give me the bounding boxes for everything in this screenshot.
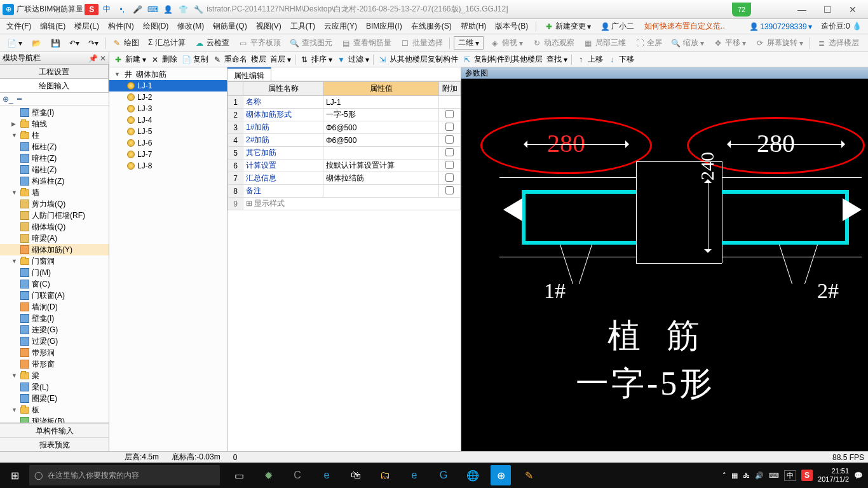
collapse-icon[interactable]: ━ bbox=[17, 95, 22, 104]
ie-icon[interactable]: e bbox=[400, 463, 428, 488]
tray-volume-icon[interactable]: 🔊 bbox=[755, 471, 764, 480]
copy-to-btn[interactable]: ⇱复制构件到其他楼层 bbox=[462, 54, 543, 65]
dim-select[interactable]: 二维 ▾ bbox=[454, 36, 484, 50]
edge-icon[interactable]: e bbox=[313, 463, 341, 488]
ime-skin-icon[interactable]: 👕 bbox=[176, 4, 190, 15]
ime-punct-icon[interactable]: •, bbox=[115, 4, 129, 15]
menu-online[interactable]: 在线服务(S) bbox=[407, 20, 456, 33]
save-button[interactable]: 💾 bbox=[48, 37, 63, 50]
down-btn[interactable]: ↓下移 bbox=[607, 54, 634, 65]
copy-btn[interactable]: 📄复制 bbox=[181, 54, 208, 65]
note-icon[interactable]: ✎ bbox=[515, 463, 543, 488]
menu-floor[interactable]: 楼层(L) bbox=[71, 20, 103, 33]
draw-button[interactable]: ✎绘图 bbox=[109, 36, 142, 50]
phone-button[interactable]: 👤13907298339 ▾ bbox=[745, 20, 815, 33]
new-file-button[interactable]: 📄▾ bbox=[4, 37, 25, 50]
open-button[interactable]: 📂 bbox=[29, 37, 44, 50]
chk-3[interactable] bbox=[445, 123, 454, 131]
menu-tools[interactable]: 工具(T) bbox=[287, 20, 319, 33]
maximize-button[interactable]: ☐ bbox=[815, 2, 840, 17]
menu-draw[interactable]: 绘图(D) bbox=[139, 20, 173, 33]
local3d-button[interactable]: ▦局部三维 bbox=[581, 36, 628, 50]
task-view-icon[interactable]: ▭ bbox=[225, 463, 253, 488]
menu-modify[interactable]: 修改(M) bbox=[173, 20, 208, 33]
menu-version[interactable]: 版本号(B) bbox=[491, 20, 532, 33]
menu-bim[interactable]: BIM应用(I) bbox=[362, 20, 406, 33]
prop-tab[interactable]: 属性编辑 bbox=[227, 67, 271, 81]
fullscreen-button[interactable]: ⛶全屏 bbox=[632, 36, 665, 50]
chk-2[interactable] bbox=[445, 110, 454, 118]
store-icon[interactable]: 🛍 bbox=[342, 463, 370, 488]
action-center-icon[interactable]: 💬 bbox=[854, 471, 863, 480]
property-table[interactable]: 属性名称 属性值 附加 1名称LJ-1 2砌体加筋形式一字-5形 31#加筋Φ6… bbox=[227, 81, 461, 451]
notification-badge[interactable]: 72 bbox=[732, 3, 751, 17]
dyn-view-button[interactable]: ↻动态观察 bbox=[529, 36, 577, 50]
bird-view-button[interactable]: ◈俯视▾ bbox=[487, 36, 526, 50]
new-change-button[interactable]: ✚新建变更 ▾ bbox=[540, 20, 595, 33]
ime-zhong[interactable]: 中 bbox=[100, 4, 114, 15]
find-img-button[interactable]: 🔍查找图元 bbox=[287, 36, 335, 50]
cloud-check-button[interactable]: ☁云检查 bbox=[192, 36, 232, 50]
close-button[interactable]: ✕ bbox=[840, 2, 865, 17]
sort-btn[interactable]: ⇅排序 ▾ bbox=[299, 54, 332, 65]
nav-tree[interactable]: 壁龛(I) ▶轴线 ▼柱 框柱(Z) 暗柱(Z) 端柱(Z) 构造柱(Z) ▼墙… bbox=[0, 105, 109, 423]
col-value[interactable]: 属性值 bbox=[323, 82, 439, 96]
browser2-icon[interactable]: G bbox=[430, 463, 458, 488]
chk-7[interactable] bbox=[445, 173, 454, 182]
batch-button[interactable]: ☐批量选择 bbox=[398, 36, 445, 50]
view-steel-button[interactable]: ▤查看钢筋量 bbox=[339, 36, 394, 50]
tab-single[interactable]: 单构件输入 bbox=[0, 423, 109, 437]
tray-up-icon[interactable]: ˄ bbox=[722, 471, 726, 480]
find-btn[interactable]: 查找 ▾ bbox=[546, 54, 567, 65]
drawing-tab[interactable]: 参数图 bbox=[461, 67, 868, 79]
tray-lang-icon[interactable]: ⌨ bbox=[769, 471, 779, 480]
menu-steel[interactable]: 钢筋量(Q) bbox=[209, 20, 250, 33]
user-button[interactable]: 👤广小二 bbox=[596, 20, 638, 33]
chk-8[interactable] bbox=[445, 186, 454, 194]
coin-label[interactable]: 造价豆:0 💧 bbox=[817, 20, 865, 33]
minimize-button[interactable]: — bbox=[789, 2, 815, 17]
flat-button[interactable]: ▭平齐板顶 bbox=[236, 36, 283, 50]
glodon-icon[interactable]: ⊕ bbox=[491, 465, 511, 485]
tab-project[interactable]: 工程设置 bbox=[0, 65, 109, 78]
tray-ime-zhong[interactable]: 中 bbox=[784, 470, 796, 481]
chk-6[interactable] bbox=[445, 161, 454, 169]
undo-button[interactable]: ↶▾ bbox=[67, 37, 82, 49]
app-swirl-icon[interactable]: ✹ bbox=[254, 463, 282, 488]
taskbar-search[interactable]: ◯ 在这里输入你要搜索的内容 bbox=[29, 465, 220, 485]
sum-button[interactable]: Σ 汇总计算 bbox=[146, 36, 188, 50]
tray-network-icon[interactable]: 🖧 bbox=[743, 471, 750, 479]
expand-btn[interactable]: ⊞ bbox=[246, 199, 252, 208]
start-button[interactable]: ⊞ bbox=[0, 463, 29, 488]
menu-help[interactable]: 帮助(H) bbox=[457, 20, 491, 33]
chk-5[interactable] bbox=[445, 148, 454, 156]
pin-icon[interactable]: 📌 ✕ bbox=[88, 54, 106, 63]
tray-app-icon[interactable]: ▦ bbox=[731, 471, 738, 480]
ime-user-icon[interactable]: 👤 bbox=[161, 4, 175, 15]
filter-btn[interactable]: ▼过滤 ▾ bbox=[336, 54, 369, 65]
pan-button[interactable]: ✥平移▾ bbox=[710, 36, 749, 50]
explorer-icon[interactable]: 🗂 bbox=[371, 463, 399, 488]
chrome-icon[interactable]: 🌐 bbox=[459, 463, 487, 488]
ime-s-icon[interactable]: S bbox=[85, 4, 98, 15]
menu-component[interactable]: 构件(N) bbox=[104, 20, 138, 33]
copy-from-btn[interactable]: ⇲从其他楼层复制构件 bbox=[377, 54, 458, 65]
del-btn[interactable]: ✕删除 bbox=[150, 54, 177, 65]
tray-ime-s[interactable]: S bbox=[801, 470, 813, 481]
new-btn[interactable]: ✚新建 ▾ bbox=[113, 54, 146, 65]
rotate-button[interactable]: ⟳屏幕旋转▾ bbox=[752, 36, 806, 50]
zoom-button[interactable]: 🔍缩放▾ bbox=[668, 36, 707, 50]
tab-report[interactable]: 报表预览 bbox=[0, 437, 109, 451]
tip-link[interactable]: 如何快速布置自定义范.. bbox=[641, 20, 729, 33]
select-floor-button[interactable]: ≣选择楼层 bbox=[814, 36, 862, 50]
taskbar-clock[interactable]: 21:51 2017/11/2 bbox=[818, 467, 849, 484]
ime-tools-icon[interactable]: 🔧 bbox=[191, 4, 205, 15]
ime-keyboard-icon[interactable]: ⌨ bbox=[146, 4, 159, 15]
component-tree[interactable]: ▼井砌体加筋 LJ-1 LJ-2 LJ-3 LJ-4 LJ-5 LJ-6 LJ-… bbox=[109, 67, 227, 451]
up-btn[interactable]: ↑上移 bbox=[576, 54, 603, 65]
expand-icon[interactable]: ⊕_ bbox=[3, 95, 13, 104]
chk-4[interactable] bbox=[445, 135, 454, 144]
col-name[interactable]: 属性名称 bbox=[243, 82, 323, 96]
menu-edit[interactable]: 编辑(E) bbox=[36, 20, 69, 33]
rename-btn[interactable]: ✎重命名 bbox=[212, 54, 247, 65]
